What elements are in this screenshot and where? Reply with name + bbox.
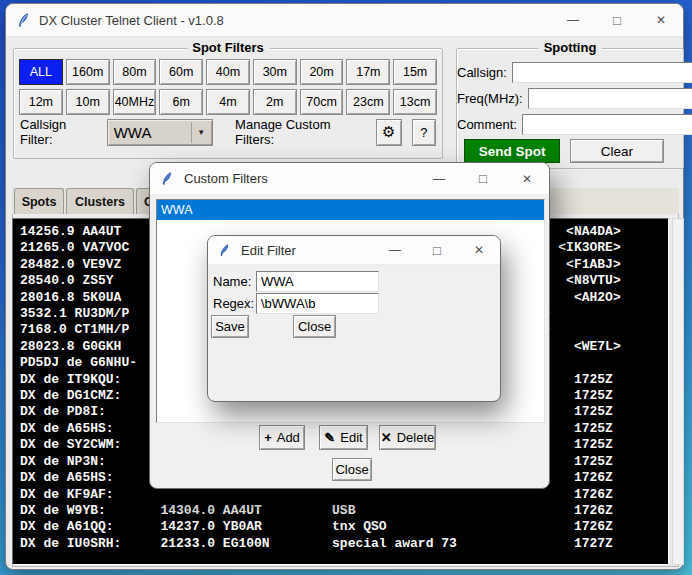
cross-icon: ✕ <box>381 430 392 445</box>
callsign-filter-label: Callsign Filter: <box>20 117 100 147</box>
manage-custom-filters-label: Manage Custom Filters: <box>235 117 368 147</box>
band-button-15m[interactable]: 15m <box>393 59 437 85</box>
add-filter-button[interactable]: +Add <box>259 425 305 450</box>
edit-filter-title: Edit Filter <box>241 243 296 258</box>
band-button-30m[interactable]: 30m <box>253 59 297 85</box>
tk-feather-icon <box>160 172 174 186</box>
spotting-legend: Spotting <box>539 40 602 55</box>
spot-filters-group: Spot Filters ALL160m80m60m40m30m20m17m15… <box>13 48 443 159</box>
pencil-icon: ✎ <box>324 430 335 445</box>
band-button-13cm[interactable]: 13cm <box>393 89 437 115</box>
spot-freq-input[interactable] <box>528 88 692 109</box>
manage-filters-button[interactable]: ⚙ <box>376 119 402 146</box>
band-button-10m[interactable]: 10m <box>66 89 110 115</box>
band-buttons-row1: ALL160m80m60m40m30m20m17m15m <box>19 59 437 85</box>
band-button-40mhz[interactable]: 40MHz <box>113 89 157 115</box>
tab-spots[interactable]: Spots <box>14 188 64 214</box>
spot-freq-label: Freq(MHz): <box>457 91 528 106</box>
minimize-icon[interactable]: — <box>374 236 416 264</box>
tab-clusters[interactable]: Clusters <box>66 188 134 214</box>
clear-button[interactable]: Clear <box>570 139 664 163</box>
main-titlebar[interactable]: DX Cluster Telnet Client - v1.0.8 — □ ✕ <box>6 4 683 37</box>
maximize-icon[interactable]: □ <box>461 163 505 194</box>
send-spot-button[interactable]: Send Spot <box>464 139 560 163</box>
minimize-icon[interactable]: — <box>551 4 595 36</box>
tk-feather-icon <box>218 244 231 257</box>
chevron-down-icon[interactable]: ▼ <box>191 122 210 143</box>
band-button-60m[interactable]: 60m <box>159 59 203 85</box>
edit-filter-dialog: Edit Filter — □ ✕ Name: Regex: Save Clo <box>207 235 501 402</box>
band-button-2m[interactable]: 2m <box>253 89 297 115</box>
plus-icon: + <box>264 430 272 445</box>
band-button-160m[interactable]: 160m <box>66 59 110 85</box>
spot-callsign-input[interactable] <box>512 62 692 83</box>
band-button-6m[interactable]: 6m <box>159 89 203 115</box>
help-icon: ? <box>420 125 427 140</box>
spot-filters-legend: Spot Filters <box>187 40 269 55</box>
callsign-filter-value: WWA <box>108 124 191 141</box>
spot-comment-input[interactable] <box>522 114 692 135</box>
maximize-icon[interactable]: □ <box>595 4 639 36</box>
tk-feather-icon <box>16 13 31 28</box>
band-buttons-row2: 12m10m40MHz6m4m2m70cm23cm13cm <box>19 89 437 115</box>
help-button[interactable]: ? <box>412 119 436 146</box>
filter-regex-input[interactable] <box>256 293 379 314</box>
band-button-4m[interactable]: 4m <box>206 89 250 115</box>
minimize-icon[interactable]: — <box>417 163 461 194</box>
spot-callsign-label: Callsign: <box>457 65 512 80</box>
spot-comment-label: Comment: <box>457 117 522 132</box>
edit-filter-button[interactable]: ✎Edit <box>319 425 368 450</box>
maximize-icon[interactable]: □ <box>416 236 458 264</box>
band-button-17m[interactable]: 17m <box>346 59 390 85</box>
window-title: DX Cluster Telnet Client - v1.0.8 <box>39 13 224 28</box>
band-button-70cm[interactable]: 70cm <box>300 89 344 115</box>
app-window: DX Cluster Telnet Client - v1.0.8 — □ ✕ … <box>5 3 684 570</box>
band-button-40m[interactable]: 40m <box>206 59 250 85</box>
band-button-23cm[interactable]: 23cm <box>346 89 390 115</box>
custom-filters-titlebar[interactable]: Custom Filters — □ ✕ <box>150 163 549 195</box>
band-button-all[interactable]: ALL <box>19 59 63 85</box>
close-icon[interactable]: ✕ <box>639 4 683 36</box>
filter-name-label: Name: <box>213 274 253 289</box>
save-filter-button[interactable]: Save <box>211 315 249 338</box>
custom-filters-close-button[interactable]: Close <box>332 458 372 481</box>
close-icon[interactable]: ✕ <box>505 163 549 194</box>
edit-filter-titlebar[interactable]: Edit Filter — □ ✕ <box>208 236 500 265</box>
desktop-background: DX Cluster Telnet Client - v1.0.8 — □ ✕ … <box>0 0 692 575</box>
terminal-scrollbar[interactable] <box>672 218 684 565</box>
filter-regex-label: Regex: <box>213 296 253 311</box>
callsign-filter-combobox[interactable]: WWA ▼ <box>107 119 213 146</box>
band-button-12m[interactable]: 12m <box>19 89 63 115</box>
gear-icon: ⚙ <box>382 123 395 141</box>
filter-name-input[interactable] <box>256 271 379 292</box>
band-button-80m[interactable]: 80m <box>113 59 157 85</box>
custom-filters-title: Custom Filters <box>184 171 268 186</box>
custom-filters-dialog: Custom Filters — □ ✕ WWA +Add ✎Edit ✕Del… <box>149 162 550 489</box>
band-button-20m[interactable]: 20m <box>300 59 344 85</box>
delete-filter-button[interactable]: ✕Delete <box>379 425 436 450</box>
close-icon[interactable]: ✕ <box>458 236 500 264</box>
edit-filter-close-button[interactable]: Close <box>293 315 336 338</box>
filter-list-item-wwa[interactable]: WWA <box>157 200 544 220</box>
spotting-group: Spotting Callsign: Freq(MHz): Comment: S… <box>456 48 684 169</box>
